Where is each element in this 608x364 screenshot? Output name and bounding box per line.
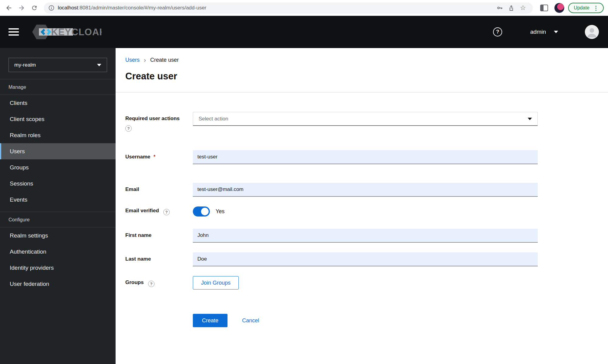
browser-back-button[interactable] <box>2 2 15 14</box>
page-title: Create user <box>125 71 608 82</box>
nav-list-configure: Realm settings Authentication Identity p… <box>0 227 116 292</box>
star-icon: ☆ <box>520 5 526 11</box>
email-row: Email <box>125 183 538 197</box>
side-panel-icon <box>540 5 548 11</box>
sidebar-item-events[interactable]: Events <box>0 192 116 208</box>
realm-name: my-realm <box>14 62 36 68</box>
address-bar[interactable]: localhost:8081/admin/master/console/#/my… <box>44 2 533 14</box>
url-host: localhost <box>58 5 78 11</box>
groups-row: Groups ? Join Groups <box>125 276 538 289</box>
last-name-input[interactable] <box>193 252 538 266</box>
reload-icon <box>31 5 38 11</box>
forward-icon <box>18 4 25 12</box>
realm-selector[interactable]: my-realm <box>9 58 107 72</box>
groups-help-icon[interactable]: ? <box>148 281 155 287</box>
side-panel-button[interactable] <box>538 2 551 14</box>
sidebar-item-client-scopes[interactable]: Client scopes <box>0 111 116 127</box>
sidebar-nav: my-realm Manage Clients Client scopes Re… <box>0 48 116 364</box>
create-user-form: Required user actions ? Select action Us… <box>116 92 538 327</box>
toggle-knob <box>201 208 209 215</box>
help-button[interactable]: ? <box>493 27 502 36</box>
browser-profile-avatar[interactable] <box>554 3 565 13</box>
chevron-down-icon <box>97 64 101 66</box>
username-row: Username * <box>125 150 538 164</box>
last-name-row: Last name <box>125 252 538 266</box>
first-name-label: First name <box>125 232 151 238</box>
email-verified-state: Yes <box>216 208 224 215</box>
nav-section-configure: Configure <box>0 212 116 227</box>
masthead-actions: ? admin <box>493 25 599 39</box>
required-user-actions-help-icon[interactable]: ? <box>125 125 132 132</box>
nav-section-manage: Manage <box>0 79 116 95</box>
sidebar-item-users[interactable]: Users <box>0 143 116 159</box>
breadcrumb-current: Create user <box>150 57 179 63</box>
user-dropdown[interactable]: admin <box>530 29 558 35</box>
first-name-row: First name <box>125 229 538 243</box>
avatar-icon <box>585 25 599 39</box>
form-actions-row: Create Cancel <box>125 314 538 327</box>
cancel-link[interactable]: Cancel <box>242 317 259 324</box>
bookmark-star-button[interactable]: ☆ <box>517 2 529 14</box>
site-info-icon[interactable] <box>48 5 55 11</box>
chrome-update-button[interactable]: Update ⋮ <box>568 3 604 13</box>
sidebar-item-sessions[interactable]: Sessions <box>0 175 116 192</box>
browser-toolbar: localhost:8081/admin/master/console/#/my… <box>0 0 608 16</box>
username-input[interactable] <box>193 150 538 164</box>
browser-reload-button[interactable] <box>28 2 41 14</box>
sidebar-item-authentication[interactable]: Authentication <box>0 244 116 260</box>
required-user-actions-label: Required user actions <box>125 116 180 121</box>
sidebar-item-clients[interactable]: Clients <box>0 95 116 111</box>
join-groups-button[interactable]: Join Groups <box>193 276 239 289</box>
back-icon <box>5 4 12 12</box>
first-name-input[interactable] <box>193 229 538 243</box>
key-icon <box>496 5 503 11</box>
email-input[interactable] <box>193 183 538 197</box>
chevron-down-icon <box>528 118 532 120</box>
masthead: KEYCLOAK ? admin <box>0 16 608 48</box>
email-verified-row: Email verified ? Yes <box>125 206 538 217</box>
password-manager-button[interactable] <box>494 2 506 14</box>
required-user-actions-select[interactable]: Select action <box>193 112 538 126</box>
email-label: Email <box>125 186 139 192</box>
breadcrumb-separator-icon: › <box>144 57 146 64</box>
browser-menu-icon[interactable]: ⋮ <box>593 5 599 11</box>
groups-label: Groups <box>125 279 144 285</box>
create-button[interactable]: Create <box>193 314 228 327</box>
keycloak-logo: KEYCLOAK <box>32 24 102 40</box>
keycloak-logo-icon: KEYCLOAK <box>32 24 102 40</box>
email-verified-label: Email verified <box>125 208 159 213</box>
sidebar-item-realm-roles[interactable]: Realm roles <box>0 127 116 143</box>
hamburger-icon <box>9 28 19 29</box>
username-label: Username <box>125 154 150 160</box>
sidebar-item-identity-providers[interactable]: Identity providers <box>0 260 116 276</box>
email-verified-toggle[interactable] <box>193 206 210 217</box>
help-icon: ? <box>496 29 499 35</box>
url-path: :8081/admin/master/console/#/my-realm/us… <box>78 5 206 11</box>
share-button[interactable] <box>506 2 517 14</box>
browser-forward-button[interactable] <box>15 2 28 14</box>
required-user-actions-row: Required user actions ? Select action <box>125 112 538 132</box>
user-avatar[interactable] <box>585 25 599 39</box>
email-verified-help-icon[interactable]: ? <box>163 209 170 215</box>
brand-text: KEYCLOAK <box>51 27 102 37</box>
sidebar-item-realm-settings[interactable]: Realm settings <box>0 227 116 244</box>
select-placeholder: Select action <box>199 116 228 122</box>
nav-list-manage: Clients Client scopes Realm roles Users … <box>0 95 116 208</box>
url-text[interactable]: localhost:8081/admin/master/console/#/my… <box>58 5 494 11</box>
breadcrumb-users-link[interactable]: Users <box>125 57 140 63</box>
required-asterisk: * <box>154 154 155 159</box>
main-content: Users › Create user Create user Required… <box>116 48 608 364</box>
sidebar-item-user-federation[interactable]: User federation <box>0 276 116 292</box>
username-label: admin <box>530 29 546 35</box>
share-icon <box>508 5 515 11</box>
update-label: Update <box>574 5 589 11</box>
sidebar-item-groups[interactable]: Groups <box>0 159 116 175</box>
nav-toggle-button[interactable] <box>9 28 19 36</box>
chevron-down-icon <box>554 31 558 33</box>
last-name-label: Last name <box>125 256 151 262</box>
breadcrumb: Users › Create user <box>116 48 608 64</box>
